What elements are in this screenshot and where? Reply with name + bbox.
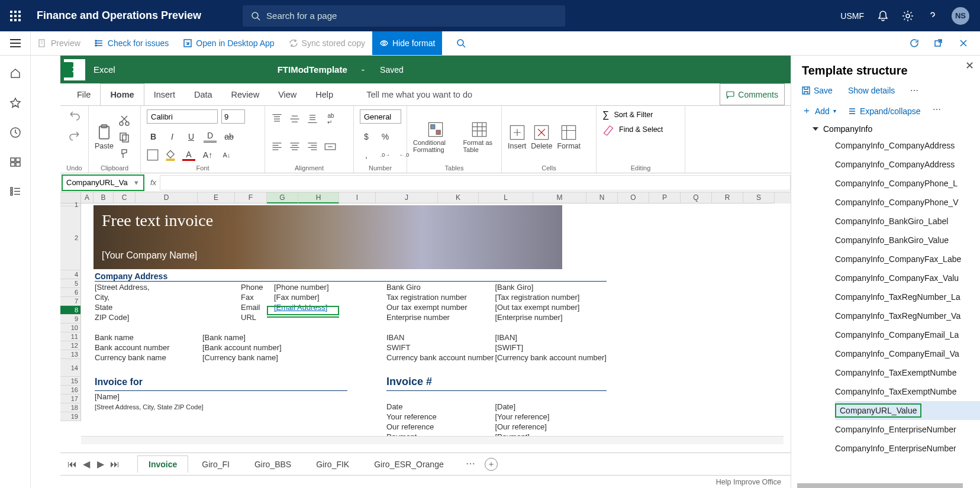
align-bottom-icon[interactable]	[307, 113, 318, 125]
hide-format-button[interactable]: Hide format	[372, 31, 442, 55]
menu-insert[interactable]: Insert	[144, 83, 185, 105]
redo-icon[interactable]	[69, 130, 80, 141]
toolbar-search-icon[interactable]	[442, 31, 480, 55]
add-button[interactable]: ＋Add▾	[802, 105, 836, 117]
tree-node[interactable]: CompanyInfo_EnterpriseNumber	[835, 420, 980, 439]
comma-icon[interactable]: ,	[360, 149, 373, 161]
tree-node[interactable]: CompanyInfo_BankGiro_Label	[835, 212, 980, 231]
tree-node[interactable]: CompanyInfo_CompanyEmail_Va	[835, 344, 980, 363]
tree-node[interactable]: CompanyInfo_TaxRegNumber_Va	[835, 306, 980, 325]
col-H[interactable]: H	[298, 192, 339, 203]
col-L[interactable]: L	[479, 192, 533, 203]
help-improve-link[interactable]: Help Improve Office	[716, 478, 781, 486]
expand-collapse-button[interactable]: Expand/collapse	[848, 105, 921, 117]
help-icon[interactable]	[927, 10, 939, 22]
tree-node[interactable]: CompanyInfo_EnterpriseNumber	[835, 439, 980, 458]
font-size-select[interactable]	[221, 109, 245, 124]
tree-node[interactable]: CompanyInfo_CompanyAddress	[835, 155, 980, 174]
fx-icon[interactable]: fx	[150, 178, 156, 187]
col-M[interactable]: M	[533, 192, 586, 203]
font-select[interactable]	[147, 109, 218, 124]
col-P[interactable]: P	[649, 192, 681, 203]
tree-node[interactable]: CompanyInfo_TaxExemptNumbe	[835, 363, 980, 382]
inc-dec-icon[interactable]: .0→	[379, 149, 392, 161]
col-O[interactable]: O	[618, 192, 649, 203]
format-table-icon[interactable]	[471, 121, 488, 138]
col-N[interactable]: N	[586, 192, 618, 203]
menu-view[interactable]: View	[269, 83, 306, 105]
col-D[interactable]: D	[136, 192, 198, 203]
menu-help[interactable]: Help	[306, 83, 343, 105]
sheet-tab-girofik[interactable]: Giro_FIK	[305, 455, 360, 473]
tree-node[interactable]: CompanyInfo_CompanyPhone_L	[835, 174, 980, 193]
col-F[interactable]: F	[235, 192, 267, 203]
col-Q[interactable]: Q	[681, 192, 712, 203]
spreadsheet-grid[interactable]: A B C D E F G H I J K L M N O P Q R S	[60, 192, 791, 453]
more-actions2-icon[interactable]: ⋯	[933, 105, 942, 117]
border-icon[interactable]	[147, 149, 159, 161]
cond-format-icon[interactable]	[427, 121, 444, 138]
format-painter-icon[interactable]	[118, 148, 130, 160]
star-icon[interactable]	[9, 97, 21, 109]
add-sheet-button[interactable]: ＋	[485, 458, 498, 471]
close-icon[interactable]	[959, 38, 968, 48]
tree-node[interactable]: CompanyInfo_TaxRegNumber_La	[835, 287, 980, 306]
clear-icon[interactable]	[602, 124, 614, 135]
waffle-icon[interactable]	[0, 11, 31, 21]
tree-node[interactable]: CompanyInfo_CompanyFax_Labe	[835, 250, 980, 269]
cut-icon[interactable]	[118, 115, 130, 127]
sheet-nav-last[interactable]: ⏭	[109, 459, 121, 470]
align-middle-icon[interactable]	[289, 113, 301, 125]
col-B[interactable]: B	[94, 192, 114, 203]
popout-icon[interactable]	[934, 38, 944, 49]
tree-node[interactable]: CompanyInfo_BankGiro_Value	[835, 231, 980, 250]
refresh-icon[interactable]	[909, 38, 920, 49]
currency-icon[interactable]: $	[360, 131, 373, 143]
col-S[interactable]: S	[743, 192, 775, 203]
menu-data[interactable]: Data	[185, 83, 222, 105]
menu-review[interactable]: Review	[222, 83, 269, 105]
sheet-nav-next[interactable]: ▶	[95, 458, 107, 470]
tree-node[interactable]: CompanyInfo_CompanyPhone_V	[835, 193, 980, 212]
company-code[interactable]: USMF	[840, 11, 864, 21]
workspace-icon[interactable]	[9, 156, 21, 168]
sheet-nav-first[interactable]: ⏮	[66, 459, 78, 470]
col-C[interactable]: C	[114, 192, 136, 203]
menu-file[interactable]: File	[67, 83, 100, 105]
more-actions-icon[interactable]: ⋯	[910, 86, 920, 95]
shrink-font-icon[interactable]: A↓	[220, 149, 233, 161]
show-details-button[interactable]: Show details	[848, 86, 895, 95]
col-G[interactable]: G	[267, 192, 298, 203]
tree-root[interactable]: CompanyInfo	[797, 122, 980, 136]
avatar[interactable]: NS	[952, 7, 969, 25]
delete-cell-icon[interactable]	[533, 124, 550, 141]
number-format-select[interactable]	[360, 109, 401, 124]
grow-font-icon[interactable]: A↑	[201, 149, 214, 161]
sheet-nav-prev[interactable]: ◀	[80, 458, 92, 470]
tree-node[interactable]: CompanyInfo_CompanyFax_Valu	[835, 269, 980, 287]
save-button[interactable]: Save	[802, 86, 833, 95]
list-icon[interactable]	[9, 186, 21, 198]
paste-icon[interactable]	[96, 124, 112, 141]
undo-icon[interactable]	[69, 109, 80, 121]
fill-color-icon[interactable]	[165, 149, 176, 161]
align-center-icon[interactable]	[289, 141, 301, 153]
check-issues-button[interactable]: Check for issues	[88, 31, 176, 55]
tree-node[interactable]: CompanyURL_Value	[835, 401, 980, 420]
wrap-text-icon[interactable]: ab↵	[324, 113, 337, 125]
align-top-icon[interactable]	[271, 113, 283, 125]
panel-scrollbar[interactable]	[797, 483, 963, 488]
col-J[interactable]: J	[376, 192, 438, 203]
align-right-icon[interactable]	[307, 141, 318, 153]
menu-home[interactable]: Home	[100, 83, 144, 105]
col-E[interactable]: E	[198, 192, 235, 203]
col-R[interactable]: R	[712, 192, 743, 203]
double-underline-button[interactable]: D	[204, 131, 217, 143]
italic-button[interactable]: I	[166, 131, 179, 143]
home-icon[interactable]	[9, 67, 21, 79]
formula-input[interactable]	[160, 175, 791, 190]
name-box[interactable]: CompanyURL_Va▾	[62, 174, 144, 191]
tree-node[interactable]: CompanyInfo_CompanyAddress	[835, 136, 980, 155]
align-left-icon[interactable]	[271, 141, 283, 153]
sheet-tab-giroesr[interactable]: Giro_ESR_Orange	[363, 455, 455, 473]
